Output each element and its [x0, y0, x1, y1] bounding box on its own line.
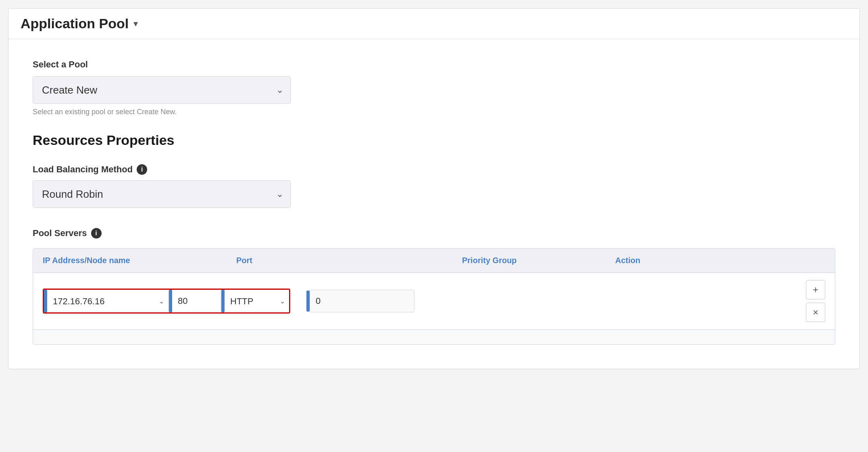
select-pool-wrapper: Create New ⌄ [33, 76, 291, 104]
table-row: 172.16.76.16 ⌄ [33, 273, 835, 329]
load-balancing-group: Load Balancing Method i Round Robin ⌄ [33, 164, 835, 208]
pool-servers-section: Pool Servers i IP Address/Node name Port [33, 228, 835, 345]
ip-address-dropdown[interactable]: 172.16.76.16 [47, 291, 168, 311]
load-balancing-info-icon: i [137, 164, 147, 175]
panel-title: Application Pool [21, 16, 129, 31]
select-pool-label: Select a Pool [33, 59, 835, 70]
times-icon: × [813, 307, 818, 318]
load-balancing-label: Load Balancing Method i [33, 164, 835, 175]
add-row-button[interactable]: + [806, 280, 825, 299]
port-cell [169, 290, 221, 312]
plus-icon: + [813, 284, 818, 295]
ip-cell: 172.16.76.16 ⌄ [44, 290, 168, 312]
panel-collapse-icon[interactable]: ▾ [133, 19, 138, 29]
select-pool-dropdown[interactable]: Create New [33, 76, 291, 104]
col-header-port: Port [236, 256, 349, 265]
pool-servers-info-icon: i [91, 228, 102, 239]
resources-title: Resources Properties [33, 132, 835, 148]
col-header-action: Action [615, 256, 680, 265]
priority-input-wrapper [310, 290, 414, 312]
resources-properties-section: Resources Properties Load Balancing Meth… [33, 132, 835, 345]
highlighted-fields-group: 172.16.76.16 ⌄ [43, 289, 290, 314]
ip-blue-bar [44, 290, 47, 312]
panel-body: Select a Pool Create New ⌄ Select an exi… [8, 39, 860, 369]
pool-servers-label-text: Pool Servers [33, 228, 87, 239]
application-pool-panel: Application Pool ▾ Select a Pool Create … [8, 8, 860, 369]
col-header-protocol [349, 256, 462, 265]
protocol-cell: HTTP ⌄ [221, 290, 289, 312]
servers-table: IP Address/Node name Port Priority Group… [33, 248, 835, 345]
load-balancing-label-text: Load Balancing Method [33, 164, 133, 175]
action-cell: + × [806, 280, 825, 322]
priority-input[interactable] [310, 290, 414, 312]
ip-select-wrapper: 172.16.76.16 ⌄ [47, 291, 168, 311]
panel-header: Application Pool ▾ [8, 8, 860, 39]
col-header-ip: IP Address/Node name [43, 256, 236, 265]
port-blue-bar [169, 290, 172, 312]
main-container: Application Pool ▾ Select a Pool Create … [0, 0, 868, 452]
port-input[interactable] [172, 291, 221, 311]
col-header-priority: Priority Group [462, 256, 615, 265]
load-balancing-dropdown[interactable]: Round Robin [33, 180, 291, 208]
select-pool-group: Select a Pool Create New ⌄ Select an exi… [33, 59, 835, 116]
protocol-select-wrapper: HTTP ⌄ [225, 291, 289, 311]
priority-cell [306, 290, 791, 312]
protocol-dropdown[interactable]: HTTP [225, 291, 289, 311]
priority-blue-bar [306, 291, 310, 312]
select-pool-helper: Select an existing pool or select Create… [33, 108, 835, 116]
table-header: IP Address/Node name Port Priority Group… [33, 249, 835, 273]
load-balancing-wrapper: Round Robin ⌄ [33, 180, 291, 208]
table-footer [33, 329, 835, 344]
pool-servers-label: Pool Servers i [33, 228, 835, 239]
protocol-blue-bar [221, 290, 225, 312]
remove-row-button[interactable]: × [806, 303, 825, 322]
